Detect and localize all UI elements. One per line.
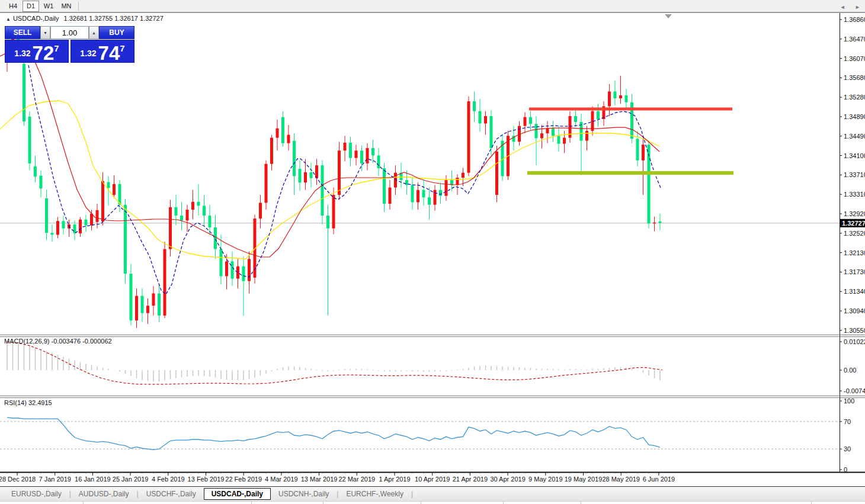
period-button-w1[interactable]: W1 bbox=[40, 1, 57, 12]
price-axis-label: 1.30940 bbox=[844, 307, 865, 314]
rsi-indicator-label: RSI(14) 32.4915 bbox=[4, 399, 52, 406]
ma-slow-line bbox=[0, 101, 659, 259]
price-axis-label: 1.30550 bbox=[844, 327, 865, 334]
date-axis-label: 22 Mar 2019 bbox=[338, 476, 375, 483]
candles-layer bbox=[6, 30, 662, 328]
tab-scroll-right-icon[interactable]: ► bbox=[855, 4, 860, 10]
price-axis-label: 1.31730 bbox=[844, 268, 865, 275]
price-axis-label: 1.35280 bbox=[844, 94, 865, 101]
macd-axis-label: 0.00 bbox=[844, 367, 856, 374]
tab-scroll-left-icon[interactable]: ◄ bbox=[840, 4, 845, 10]
status-bar-separator bbox=[323, 502, 323, 504]
macd-histogram bbox=[7, 342, 660, 382]
buy-price-sup: 7 bbox=[120, 43, 124, 53]
buy-price-box[interactable]: 1.32 74 7 bbox=[71, 40, 134, 63]
tab-separator: | bbox=[411, 490, 413, 498]
date-axis-label: 4 Feb 2019 bbox=[152, 476, 185, 483]
status-bar-separator bbox=[581, 502, 581, 504]
sell-price-box[interactable]: 1.32 72 7 bbox=[5, 40, 69, 63]
sell-price-small: 1.32 bbox=[14, 49, 30, 58]
buy-price-big: 74 bbox=[98, 45, 120, 62]
price-axis-label: 1.33710 bbox=[844, 171, 865, 178]
status-bar-separator bbox=[251, 502, 252, 504]
rsi-line bbox=[7, 418, 660, 450]
price-axis-label: 1.35680 bbox=[844, 74, 865, 81]
sell-button[interactable]: SELL bbox=[5, 26, 40, 39]
date-axis-label: 22 Feb 2019 bbox=[225, 476, 262, 483]
collapse-triangle-icon[interactable]: ▲ bbox=[6, 17, 11, 22]
date-axis-label: 30 Apr 2019 bbox=[490, 476, 525, 483]
date-axis-label: 28 Dec 2018 bbox=[0, 476, 36, 483]
chart-canvas[interactable]: 1.368601.364701.360701.356801.352801.348… bbox=[0, 0, 865, 504]
tab-eurchf-weekly[interactable]: EURCHF-,Weekly bbox=[338, 488, 411, 500]
volume-input[interactable]: 1.00 bbox=[50, 26, 89, 39]
volume-decrease-button[interactable]: ▼ bbox=[40, 26, 50, 39]
price-axis-label: 1.34490 bbox=[844, 133, 865, 140]
price-axis-label: 1.31340 bbox=[844, 288, 865, 295]
macd-signal-line bbox=[7, 342, 662, 384]
trading-platform-window: 1.368601.364701.360701.356801.352801.348… bbox=[0, 0, 865, 504]
macd-axis-label: 0.010229 bbox=[844, 338, 865, 345]
chart-tab-bar: EURUSD-,Daily| AUDUSD-,Daily| USDCHF-,Da… bbox=[0, 486, 865, 501]
scroll-to-end-marker[interactable] bbox=[665, 14, 672, 18]
date-axis-label: 9 May 2019 bbox=[528, 476, 562, 483]
status-bar bbox=[0, 501, 865, 504]
status-bar-separator bbox=[811, 502, 812, 504]
current-price-tag-value: 1.32727 bbox=[842, 220, 865, 227]
date-axis-label: 7 Jan 2019 bbox=[39, 476, 71, 483]
price-axis-label: 1.34100 bbox=[844, 152, 865, 159]
price-axis-label: 1.36470 bbox=[844, 36, 865, 43]
tab-usdcad-daily[interactable]: USDCAD-,Daily bbox=[204, 488, 271, 500]
date-axis-label: 1 Apr 2019 bbox=[379, 476, 410, 483]
period-button-mn[interactable]: MN bbox=[58, 1, 75, 12]
chart-title: ▲USDCAD-,Daily1.32681 1.32755 1.32617 1.… bbox=[6, 15, 164, 22]
tab-eurusd-daily[interactable]: EURUSD-,Daily bbox=[4, 488, 69, 500]
date-axis-label: 13 Feb 2019 bbox=[188, 476, 225, 483]
price-axis-label: 1.32520 bbox=[844, 230, 865, 237]
volume-increase-button[interactable]: ▲ bbox=[89, 26, 99, 39]
date-axis-label: 28 May 2019 bbox=[602, 476, 640, 483]
ma-medium-line bbox=[0, 49, 659, 257]
date-axis-label: 25 Jan 2019 bbox=[113, 476, 149, 483]
tab-usdchf-daily[interactable]: USDCHF-,Daily bbox=[139, 488, 204, 500]
price-axis-label: 1.32920 bbox=[844, 210, 865, 217]
status-bar-separator bbox=[503, 502, 504, 504]
price-axis-label: 1.34890 bbox=[844, 113, 865, 120]
price-axis-label: 1.33310 bbox=[844, 191, 865, 198]
rsi-axis-label: 70 bbox=[844, 418, 851, 425]
status-bar-separator bbox=[83, 502, 84, 504]
period-button-d1[interactable]: D1 bbox=[23, 1, 39, 12]
sell-price-sup: 7 bbox=[54, 43, 59, 53]
macd-axis-label: -0.007477 bbox=[844, 387, 865, 394]
buy-price-small: 1.32 bbox=[80, 49, 96, 58]
date-axis-label: 4 Mar 2019 bbox=[265, 476, 298, 483]
ma-fast-line bbox=[28, 65, 661, 294]
tab-usdcnh-daily[interactable]: USDCNH-,Daily bbox=[271, 488, 337, 500]
date-axis-label: 16 Jan 2019 bbox=[75, 476, 111, 483]
date-axis-label: 19 May 2019 bbox=[565, 476, 603, 483]
tab-audusd-daily[interactable]: AUDUSD-,Daily bbox=[71, 488, 137, 500]
tab-scroll-arrows: ◄ ► bbox=[832, 4, 860, 10]
rsi-axis-label: 0 bbox=[844, 466, 847, 473]
one-click-trade-panel: SELL ▼ 1.00 ▲ BUY 1.32 72 7 1.32 74 7 bbox=[5, 26, 134, 63]
rsi-axis-label: 30 bbox=[844, 445, 851, 452]
sell-price-big: 72 bbox=[33, 45, 55, 62]
toolbar-divider bbox=[78, 2, 79, 11]
macd-indicator-label: MACD(12,26,9) -0.003476 -0.000062 bbox=[4, 338, 112, 345]
period-button-h4[interactable]: H4 bbox=[5, 1, 21, 12]
date-axis-label: 10 Apr 2019 bbox=[415, 476, 450, 483]
chart-symbol-label: USDCAD-,Daily bbox=[13, 15, 59, 22]
rsi-axis-label: 100 bbox=[844, 397, 854, 405]
period-toolbar: H4 D1 W1 MN bbox=[0, 0, 865, 12]
price-axis-label: 1.36070 bbox=[844, 55, 865, 62]
status-bar-separator bbox=[421, 502, 421, 504]
price-axis-label: 1.32130 bbox=[844, 249, 865, 256]
date-axis-label: 13 Mar 2019 bbox=[301, 476, 338, 483]
price-axis-label: 1.36860 bbox=[844, 16, 865, 23]
chart-ohlc-values: 1.32681 1.32755 1.32617 1.32727 bbox=[64, 15, 164, 22]
date-axis-label: 21 Apr 2019 bbox=[453, 476, 488, 483]
date-axis-label: 6 Jun 2019 bbox=[643, 476, 675, 483]
buy-button[interactable]: BUY bbox=[99, 26, 134, 39]
